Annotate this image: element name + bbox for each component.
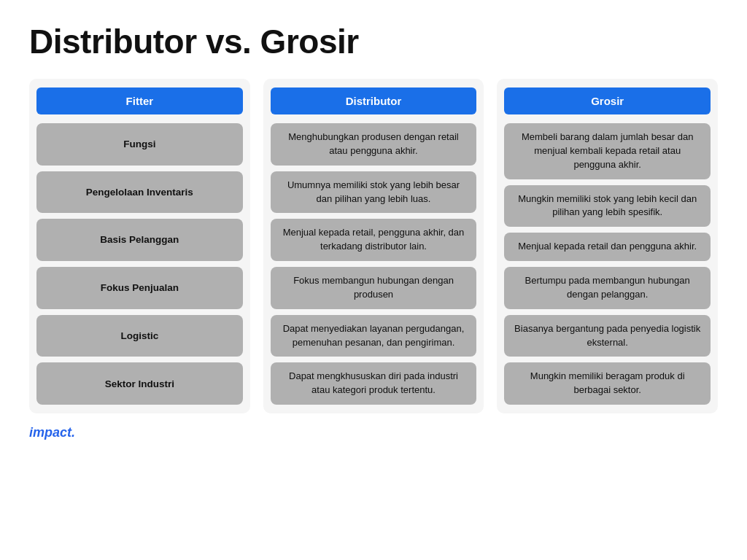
distributor-row-2: Menjual kepada retail, pengguna akhir, d… xyxy=(271,219,477,261)
distributor-header: Distributor xyxy=(271,88,477,114)
fitter-row-4: Logistic xyxy=(36,315,243,357)
grosir-row-5: Mungkin memiliki beragam produk di berba… xyxy=(504,362,711,405)
fitter-row-1: Pengelolaan Inventaris xyxy=(36,171,243,214)
footer-brand: impact. xyxy=(29,425,718,440)
grosir-header: Grosir xyxy=(504,88,711,114)
distributor-row-1: Umumnya memiliki stok yang lebih besar d… xyxy=(271,171,477,214)
grosir-row-1: Mungkin memiliki stok yang lebih kecil d… xyxy=(504,185,711,228)
grosir-row-4: Biasanya bergantung pada penyedia logist… xyxy=(504,315,711,357)
distributor-row-3: Fokus membangun hubungan dengan produsen xyxy=(271,267,477,309)
fitter-header: Fitter xyxy=(36,88,243,114)
fitter-row-3: Fokus Penjualan xyxy=(36,267,243,309)
fitter-row-5: Sektor Industri xyxy=(36,362,243,405)
distributor-row-4: Dapat menyediakan layanan pergudangan, p… xyxy=(271,315,477,357)
column-distributor: Distributor Menghubungkan produsen denga… xyxy=(263,79,484,413)
grosir-row-0: Membeli barang dalam jumlah besar dan me… xyxy=(504,123,711,179)
comparison-table: Fitter Fungsi Pengelolaan Inventaris Bas… xyxy=(29,79,718,413)
fitter-row-2: Basis Pelanggan xyxy=(36,219,243,261)
grosir-row-3: Bertumpu pada membangun hubungan dengan … xyxy=(504,267,711,309)
distributor-row-0: Menghubungkan produsen dengan retail ata… xyxy=(271,123,477,166)
fitter-row-0: Fungsi xyxy=(36,123,243,166)
column-grosir: Grosir Membeli barang dalam jumlah besar… xyxy=(497,79,718,413)
column-fitter: Fitter Fungsi Pengelolaan Inventaris Bas… xyxy=(29,79,250,413)
grosir-row-2: Menjual kepada retail dan pengguna akhir… xyxy=(504,233,711,261)
distributor-row-5: Dapat mengkhususkan diri pada industri a… xyxy=(271,362,477,405)
page-title: Distributor vs. Grosir xyxy=(29,22,718,61)
